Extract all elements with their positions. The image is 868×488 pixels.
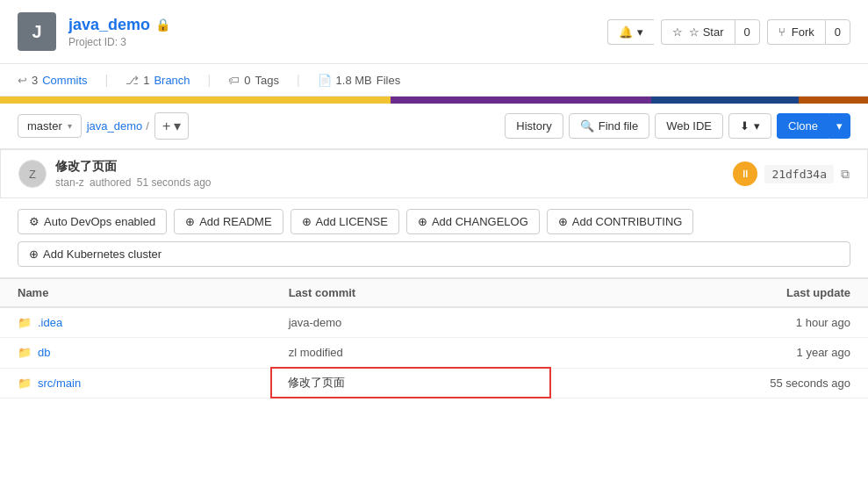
tags-stat[interactable]: 🏷 0 Tags [228,74,279,87]
sep2: | [208,73,212,87]
search-icon: 🔍 [580,119,594,133]
pipeline-status-icon: ⏸ [733,161,757,186]
last-commit-cell: zl modified [271,338,550,369]
file-name-text: .idea [38,316,62,329]
find-file-label: Find file [599,119,639,133]
branch-selector[interactable]: master ▾ [18,114,82,138]
lock-icon: 🔒 [155,18,170,32]
repo-name: java_demo [68,16,150,34]
header-actions: 🔔 ▾ ☆ ☆ Star 0 ⑂ Fork 0 [607,19,850,45]
commits-stat[interactable]: ↩ 3 Commits [18,74,88,87]
add-license-button[interactable]: ⊕ Add LICENSE [291,209,399,234]
commits-link[interactable]: Commits [42,74,87,87]
sep1: | [105,73,109,87]
fork-button-group[interactable]: ⑂ Fork 0 [767,19,850,45]
file-link[interactable]: 📁 db [18,346,254,359]
download-caret-icon: ▾ [754,119,760,133]
add-file-button[interactable]: + ▾ [154,112,189,140]
star-label: ☆ Star [689,25,723,39]
plus-changelog-icon: ⊕ [418,215,427,228]
branch-name: master [27,119,62,133]
gear-icon: ⚙ [29,215,39,228]
branch-link[interactable]: Branch [154,74,190,87]
star-count[interactable]: 0 [735,19,760,45]
last-update-text: 1 hour ago [796,316,850,329]
star-icon: ☆ [672,25,683,39]
commit-author: stan-z [55,176,84,189]
add-kubernetes-button[interactable]: ⊕ Add Kubernetes cluster [18,241,850,267]
plus-contributing-icon: ⊕ [558,215,568,228]
files-stat[interactable]: 📄 1.8 MB Files [318,74,401,87]
table-row: 📁 .idea java-demo 1 hour ago [0,307,868,338]
col-last-update-label: Last update [786,286,850,299]
copy-icon[interactable]: ⧉ [841,167,850,182]
stats-bar: ↩ 3 Commits | ⎇ 1 Branch | 🏷 0 Tags | 📄 … [0,64,868,97]
path-separator: / [146,119,149,133]
repo-toolbar: master ▾ java_demo / + ▾ History 🔍 Find … [0,104,868,149]
last-update-cell: 1 hour ago [550,307,868,338]
path-nav: java_demo / [87,119,149,133]
add-changelog-label: Add CHANGELOG [432,215,528,228]
tag-icon: 🏷 [228,74,240,87]
repo-title: java_demo 🔒 [68,16,170,34]
notification-btn[interactable]: 🔔 ▾ [607,19,654,45]
lang-seg-1 [0,97,391,104]
files-icon: 📄 [318,74,332,87]
download-icon: ⬇ [740,119,750,133]
repo-avatar: J [18,12,56,51]
star-button-group[interactable]: ☆ ☆ Star 0 [661,19,760,45]
add-readme-label: Add README [199,215,271,228]
star-button[interactable]: ☆ ☆ Star [661,19,734,45]
repo-path-link[interactable]: java_demo [87,119,143,133]
star-count-value: 0 [744,25,750,39]
file-link[interactable]: 📁 src/main [18,377,253,390]
clone-button[interactable]: Clone [777,113,829,139]
col-last-update: Last update [550,279,868,308]
fork-count-value: 0 [835,25,841,39]
action-bar: ⚙ Auto DevOps enabled ⊕ Add README ⊕ Add… [0,198,868,278]
find-file-button[interactable]: 🔍 Find file [569,113,650,139]
commit-message[interactable]: 修改了页面 [55,159,211,175]
notification-button[interactable]: 🔔 ▾ [607,19,654,45]
add-icon: + [162,118,170,134]
add-changelog-button[interactable]: ⊕ Add CHANGELOG [406,209,540,234]
file-name-text: src/main [38,377,81,390]
branch-count: 1 [143,74,149,87]
file-name-cell: 📁 db [0,338,271,369]
commits-label: Commits [42,74,87,87]
avatar-letter: Z [29,168,36,181]
file-table: Name Last commit Last update 📁 .idea [0,278,868,398]
folder-icon: 📁 [18,377,32,390]
fork-count[interactable]: 0 [825,19,850,45]
commit-time: 51 seconds ago [137,176,212,189]
folder-icon: 📁 [18,316,32,329]
col-last-commit: Last commit [271,279,550,308]
plus-readme-icon: ⊕ [185,215,195,228]
file-name-text: db [38,346,50,359]
add-contributing-button[interactable]: ⊕ Add CONTRIBUTING [547,209,694,234]
file-link[interactable]: 📁 .idea [18,316,254,329]
lang-seg-4 [799,97,868,104]
history-button[interactable]: History [505,113,563,139]
fork-icon: ⑂ [778,25,786,39]
download-button[interactable]: ⬇ ▾ [728,113,771,139]
notification-caret: ▾ [637,25,643,39]
commit-hash[interactable]: 21dfd34a [764,165,834,183]
add-readme-button[interactable]: ⊕ Add README [174,209,283,234]
branch-label: Branch [154,74,190,87]
add-kubernetes-label: Add Kubernetes cluster [43,248,161,261]
branch-stat[interactable]: ⎇ 1 Branch [126,74,190,87]
branch-icon: ⎇ [126,74,139,87]
files-size: 1.8 MB [336,74,372,87]
last-commit-text: java-demo [289,316,342,329]
last-commit-cell-highlighted: 修改了页面 [271,368,550,398]
add-license-label: Add LICENSE [316,215,388,228]
add-caret-icon: ▾ [174,118,181,134]
auto-devops-button[interactable]: ⚙ Auto DevOps enabled [18,209,167,234]
plus-kubernetes-icon: ⊕ [29,248,39,261]
clone-caret-button[interactable]: ▾ [829,113,850,139]
fork-button[interactable]: ⑂ Fork [767,19,825,45]
web-ide-button[interactable]: Web IDE [655,113,723,139]
lang-seg-2 [391,97,651,104]
file-name-cell: 📁 .idea [0,307,271,338]
